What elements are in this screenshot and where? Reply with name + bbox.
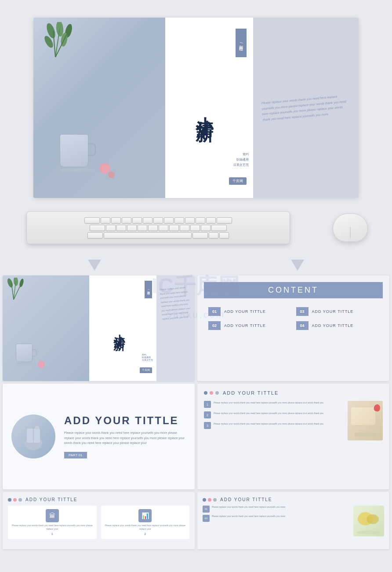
- slide-4-text-1: Please replace your words thank you need…: [214, 401, 323, 404]
- slide-6-dot-2: [208, 498, 211, 502]
- deco-lines: [0, 260, 392, 273]
- slide-3-part: ADD YOUR TITTLE Please replace your word…: [3, 384, 195, 489]
- content-num-2: 02: [208, 321, 221, 330]
- key-row-2: [31, 225, 285, 231]
- plate-bottom: [357, 531, 381, 534]
- key-arrow: [219, 232, 229, 238]
- chart-icon: 📊: [138, 509, 152, 522]
- slide-4-text-2: Please replace your words thank you need…: [214, 411, 323, 415]
- slide-4-num-1: 1: [204, 401, 211, 408]
- slide-6-title: ADD YOUR TITTLE: [220, 497, 272, 502]
- slide-2-content: CONTENT 01 ADD YOUR TITTLE 03 ADD YOUR T…: [197, 275, 389, 381]
- cup-saucer: [60, 168, 93, 172]
- key-6: [153, 217, 163, 224]
- content-num-3: 03: [296, 307, 309, 316]
- key-2: [111, 217, 121, 224]
- flower-petal: [108, 172, 115, 178]
- slide-6-text-col: 01 Please replace your words thank you n…: [203, 506, 350, 522]
- slide-5-title-row: ADD YOUR TITTLE: [8, 497, 189, 502]
- slide-1-center: 计划/总结 小清新 简约 职场通用 日系文艺范 千库网: [89, 275, 156, 381]
- slide-1-title-chinese: 小清新: [112, 325, 127, 332]
- key-fn: [209, 232, 218, 238]
- slide-4-num-2: 2: [204, 411, 211, 418]
- key-shift: [211, 225, 227, 231]
- slide-4-list: ADD YOUR TITTLE 1 Please replace your wo…: [197, 384, 389, 489]
- slide-4-num-3: 3: [204, 422, 211, 429]
- key-enter: [217, 217, 232, 224]
- key-a: [106, 225, 116, 231]
- key-caps: [90, 225, 105, 231]
- main-slide-left-panel: [33, 18, 165, 198]
- slide-4-image: [348, 401, 383, 440]
- slide-1-qianku: 千库网: [140, 367, 152, 373]
- content-num-1: 01: [208, 307, 221, 316]
- slide-4-content: 1 Please replace your words thank you ne…: [204, 401, 383, 440]
- slide-6-content: 01 Please replace your words thank you n…: [203, 506, 384, 536]
- key-c: [127, 225, 137, 231]
- key-h: [180, 225, 189, 231]
- mouse-divider: [350, 227, 351, 238]
- slide-3-circle-image: [11, 414, 55, 458]
- slide-5-title: ADD YOUR TITTLE: [25, 497, 78, 502]
- key-g: [169, 225, 179, 231]
- slide-6-row-2: 02 Please replace your words thank you n…: [203, 515, 350, 522]
- slide-1-cup: [16, 344, 36, 366]
- slide-3-desc: Please replace your words thank you need…: [64, 430, 186, 446]
- slide-4-item-3: 3 Please replace your words thank you ne…: [204, 422, 343, 429]
- main-slide-background-image: [33, 18, 165, 198]
- deco-triangle-right: [291, 260, 304, 271]
- key-row-3: [31, 232, 285, 238]
- keyboard-section: [0, 207, 392, 260]
- lemon-shape-2: [367, 514, 379, 524]
- slide-6-dot-3: [213, 498, 217, 502]
- key-1: [101, 217, 110, 224]
- strawberry-shape: [374, 404, 381, 412]
- slide-6-chart: ADD YOUR TITTLE 01 Please replace your w…: [197, 492, 389, 549]
- slide-5-dot-2: [13, 498, 17, 502]
- slide-5-text-2: Please replace your words thank you need…: [105, 524, 186, 531]
- slide-1-leaves: [5, 278, 27, 310]
- main-slide-right-panel: Please replace your words thank you need…: [253, 18, 359, 198]
- cup-body: [60, 134, 88, 167]
- slide-4-item-2: 2 Please replace your words thank you ne…: [204, 411, 343, 418]
- key-8: [174, 217, 184, 224]
- svg-point-8: [7, 278, 14, 288]
- leaves-decoration: [42, 22, 77, 77]
- slide-1-cover: 计划/总结 小清新 简约 职场通用 日系文艺范 千库网 Please repla…: [3, 275, 195, 381]
- slides-grid: 计划/总结 小清新 简约 职场通用 日系文艺范 千库网 Please repla…: [0, 273, 392, 552]
- plate-shape: [354, 433, 376, 437]
- dot-2: [210, 391, 213, 395]
- dot-1: [204, 391, 207, 395]
- key-11: [206, 217, 216, 224]
- slide-4-title: ADD YOUR TITTLE: [223, 390, 279, 396]
- key-3: [122, 217, 131, 224]
- key-space: [104, 232, 192, 238]
- sub-tag-3: 日系文艺范: [233, 163, 249, 167]
- bank-icon: 🏛: [46, 509, 59, 522]
- content-items-grid: 01 ADD YOUR TITTLE 03 ADD YOUR TITTLE 02…: [204, 307, 383, 330]
- slide-4-item-1: 1 Please replace your words thank you ne…: [204, 401, 343, 408]
- svg-point-17: [35, 426, 39, 429]
- deco-triangle-left: [88, 260, 101, 271]
- sub-tag-1: 简约: [233, 152, 249, 157]
- slide-5-icons: ADD YOUR TITTLE 🏛 Please replace your wo…: [3, 492, 195, 549]
- slide-6-num-1: 01: [203, 506, 210, 513]
- keyboard-body: [26, 211, 290, 244]
- key-10: [196, 217, 205, 224]
- key-tab: [84, 217, 100, 224]
- slide-6-dot-1: [203, 498, 206, 502]
- slide-6-row-1: 01 Please replace your words thank you n…: [203, 506, 350, 513]
- cup-handle: [88, 143, 96, 156]
- key-d: [138, 225, 147, 231]
- dot-3: [215, 391, 219, 395]
- content-num-4: 04: [296, 321, 309, 330]
- content-label-3: ADD YOUR TITTLE: [312, 309, 354, 314]
- slide-5-num-2: 2: [144, 532, 146, 535]
- main-slide-preview: 计划/总结 小清新 简约 职场通用 日系文艺范 千库网 Please repla…: [33, 18, 359, 198]
- placeholder-text: Please replace your words thank you need…: [261, 93, 351, 123]
- content-label-1: ADD YOUR TITTLE: [224, 309, 266, 314]
- key-ctrl: [87, 232, 103, 238]
- slide-5-text-1: Please replace your words thank you need…: [11, 524, 93, 531]
- content-item-1: 01 ADD YOUR TITTLE: [208, 307, 291, 316]
- qianku-main-badge: 千库网: [229, 177, 247, 185]
